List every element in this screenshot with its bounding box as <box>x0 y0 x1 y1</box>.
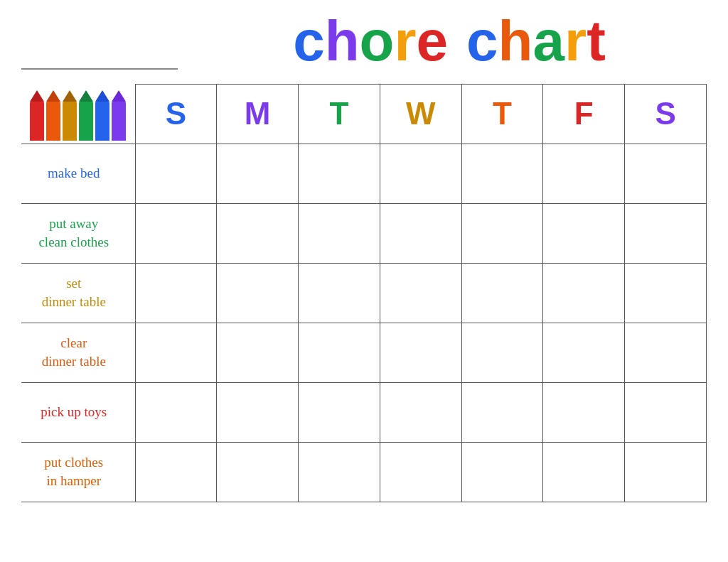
cell-hamper-fri[interactable] <box>543 442 625 502</box>
title-word-chart: c h a r t <box>466 13 606 70</box>
title-letter-o: o <box>360 13 395 70</box>
cell-clothes-tue[interactable] <box>299 203 380 263</box>
cell-hamper-mon[interactable] <box>217 442 299 502</box>
cell-clothes-thu[interactable] <box>461 203 543 263</box>
cell-toys-sat[interactable] <box>625 382 707 442</box>
chore-chart-table: S M T W T F S make bed <box>21 84 707 502</box>
chore-row-clear-dinner-table: clear dinner table <box>21 323 707 382</box>
day-header-sun: S <box>135 85 217 144</box>
title-area: c h o r e c h a r t <box>192 13 707 70</box>
cell-clothes-wed[interactable] <box>380 203 461 263</box>
chore-label-put-away-clothes: put away clean clothes <box>21 203 135 263</box>
cell-clothes-sun[interactable] <box>135 203 217 263</box>
cell-clear-mon[interactable] <box>217 323 299 382</box>
chore-row-put-clothes-hamper: put clothes in hamper <box>21 442 707 502</box>
crayon-purple <box>112 90 126 141</box>
chore-row-make-bed: make bed <box>21 144 707 203</box>
day-header-mon: M <box>217 85 299 144</box>
title-letter-h1: h <box>325 13 360 70</box>
title-letter-r1: r <box>394 13 416 70</box>
cell-hamper-tue[interactable] <box>299 442 380 502</box>
cell-toys-sun[interactable] <box>135 382 217 442</box>
cell-makebed-tue[interactable] <box>299 144 380 203</box>
cell-set-wed[interactable] <box>380 263 461 323</box>
day-header-wed: W <box>380 85 461 144</box>
chore-row-set-dinner-table: set dinner table <box>21 263 707 323</box>
title-letter-e: e <box>417 13 449 70</box>
cell-hamper-sat[interactable] <box>625 442 707 502</box>
chore-label-pick-up-toys: pick up toys <box>21 382 135 442</box>
chore-row-pick-up-toys: pick up toys <box>21 382 707 442</box>
title-letter-h2: h <box>498 13 533 70</box>
cell-makebed-fri[interactable] <box>543 144 625 203</box>
cell-set-tue[interactable] <box>299 263 380 323</box>
day-header-sat: S <box>625 85 707 144</box>
crayons-display <box>21 85 135 144</box>
cell-clothes-mon[interactable] <box>217 203 299 263</box>
cell-clear-sun[interactable] <box>135 323 217 382</box>
chore-label-clear-dinner-table: clear dinner table <box>21 323 135 382</box>
day-header-fri: F <box>543 85 625 144</box>
cell-clothes-fri[interactable] <box>543 203 625 263</box>
cell-toys-fri[interactable] <box>543 382 625 442</box>
cell-toys-wed[interactable] <box>380 382 461 442</box>
cell-clear-fri[interactable] <box>543 323 625 382</box>
crayon-blue <box>95 90 109 141</box>
day-header-thu: T <box>461 85 543 144</box>
cell-set-sat[interactable] <box>625 263 707 323</box>
crayons-header <box>21 85 135 144</box>
name-line[interactable] <box>21 48 178 70</box>
cell-toys-mon[interactable] <box>217 382 299 442</box>
cell-clear-wed[interactable] <box>380 323 461 382</box>
cell-clothes-sat[interactable] <box>625 203 707 263</box>
cell-set-thu[interactable] <box>461 263 543 323</box>
main-content: S M T W T F S make bed <box>21 84 707 502</box>
title-letter-c1: c <box>293 13 325 70</box>
title-letter-t: t <box>587 13 606 70</box>
crayon-yellow <box>63 90 77 141</box>
day-header-tue: T <box>299 85 380 144</box>
title-letter-a: a <box>532 13 564 70</box>
cell-hamper-wed[interactable] <box>380 442 461 502</box>
title-letter-c2: c <box>466 13 498 70</box>
crayon-green <box>79 90 93 141</box>
page: c h o r e c h a r t <box>0 0 728 562</box>
cell-makebed-wed[interactable] <box>380 144 461 203</box>
crayon-red <box>30 90 44 141</box>
cell-makebed-sat[interactable] <box>625 144 707 203</box>
cell-toys-tue[interactable] <box>299 382 380 442</box>
crayon-orange <box>46 90 60 141</box>
cell-clear-sat[interactable] <box>625 323 707 382</box>
title-letter-r2: r <box>564 13 587 70</box>
chore-label-put-clothes-hamper: put clothes in hamper <box>21 442 135 502</box>
title-word-chore: c h o r e <box>293 13 448 70</box>
header-row: S M T W T F S <box>21 85 707 144</box>
cell-toys-thu[interactable] <box>461 382 543 442</box>
cell-makebed-sun[interactable] <box>135 144 217 203</box>
chore-label-set-dinner-table: set dinner table <box>21 263 135 323</box>
chore-label-make-bed: make bed <box>21 144 135 203</box>
cell-clear-thu[interactable] <box>461 323 543 382</box>
cell-set-fri[interactable] <box>543 263 625 323</box>
chore-row-put-away-clothes: put away clean clothes <box>21 203 707 263</box>
cell-makebed-mon[interactable] <box>217 144 299 203</box>
cell-set-sun[interactable] <box>135 263 217 323</box>
cell-hamper-thu[interactable] <box>461 442 543 502</box>
cell-hamper-sun[interactable] <box>135 442 217 502</box>
header: c h o r e c h a r t <box>21 13 707 72</box>
cell-clear-tue[interactable] <box>299 323 380 382</box>
cell-set-mon[interactable] <box>217 263 299 323</box>
cell-makebed-thu[interactable] <box>461 144 543 203</box>
